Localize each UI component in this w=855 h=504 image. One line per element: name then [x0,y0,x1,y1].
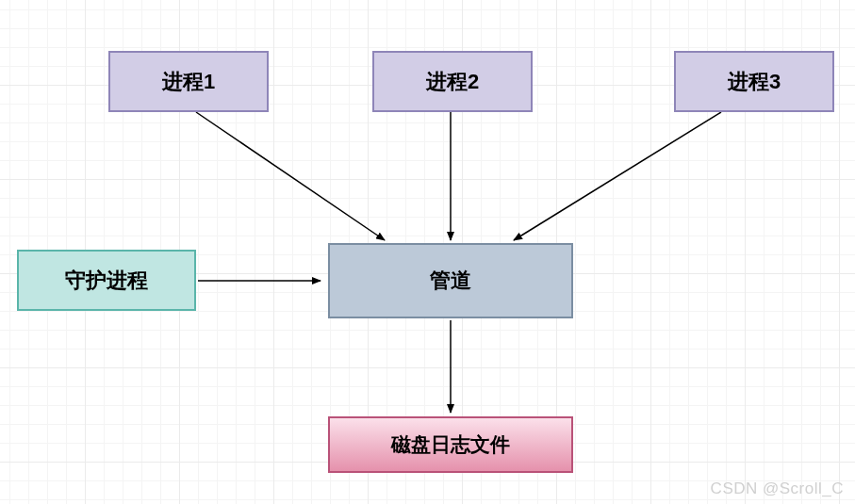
watermark-text: CSDN @Scroll_C [711,480,844,498]
svg-line-0 [196,112,385,240]
node-process-2: 进程2 [372,51,533,112]
node-process-3: 进程3 [674,51,834,112]
node-pipe: 管道 [328,243,573,318]
node-daemon-process: 守护进程 [17,250,196,311]
node-disk-log-file: 磁盘日志文件 [328,416,573,473]
node-process-1: 进程1 [108,51,269,112]
svg-line-2 [514,112,721,240]
